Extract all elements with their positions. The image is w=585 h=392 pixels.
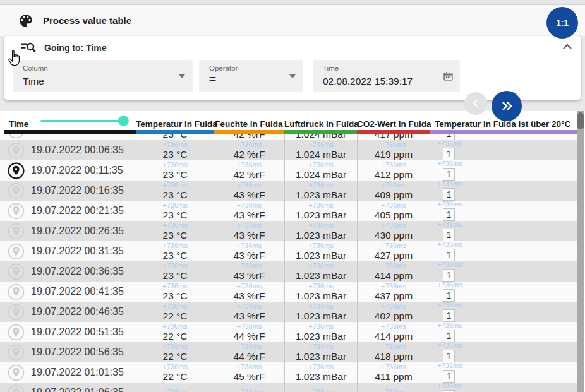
boolean-cell: +736ms 1 [430,201,577,221]
humidity-cell: +736ms 42 %rF [214,140,284,160]
humidity-cell: +736ms 43 %rF [214,282,284,302]
table-row[interactable]: 19.07.2022 00:41:35 +736ms 23 °C +736ms … [0,282,577,302]
offset-label: +736ms [308,323,333,330]
temperature-cell: +736ms 23 °C [136,261,214,282]
cell-value: 45 %rF [234,371,265,382]
location-pin-icon[interactable] [8,384,25,392]
previous-button[interactable] [464,92,487,115]
offset-label: +736ms [162,364,187,371]
table-row[interactable]: 19.07.2022 00:21:35 +736ms 23 °C +736ms … [0,201,577,221]
cell-value: 1.023 mBar [296,189,346,200]
location-pin-icon[interactable] [8,182,25,199]
offset-label: +736ms [308,303,333,310]
temperature-cell: +736ms 23 °C [136,201,214,221]
location-pin-icon[interactable] [8,134,25,139]
cell-value: 23 °C [163,189,188,200]
slider-knob[interactable] [118,116,129,126]
location-pin-icon[interactable] [8,304,25,321]
column-header[interactable]: Temperatur in Fulda [136,111,214,134]
table-row[interactable]: 19.07.2022 00:26:35 +736ms 23 °C +736ms … [0,221,577,241]
offset-label: +736ms [308,182,333,189]
table-row[interactable]: 19.07.2022 00:56:35 +736ms 22 °C +736ms … [0,342,577,362]
table-row[interactable]: 19.07.2022 00:11:35 +736ms 23 °C +736ms … [0,160,577,181]
temperature-cell: +736ms 22 °C [136,302,214,322]
time-column-slider[interactable] [0,111,136,130]
slider-track[interactable] [40,120,125,122]
cell-value: 430 ppm [375,230,413,241]
vertical-scrollbar[interactable] [577,111,584,392]
table-row[interactable]: 19.07.2022 00:36:35 +736ms 23 °C +736ms … [0,261,577,282]
co2-cell: +736ms 414 ppm [357,261,430,282]
table-row[interactable]: +736ms 23 °C +736ms 42 %rF +736ms 1.024 … [0,134,577,140]
time-cell: 19.07.2022 00:56:35 [0,342,136,362]
cell-value: 44 %rF [234,351,265,362]
offset-label: +736ms [381,283,406,290]
co2-cell: +736ms 402 ppm [357,302,430,322]
offset-label: +736ms [237,283,262,290]
table-row[interactable]: 19.07.2022 01:06:35 +736ms +736ms +736ms… [0,383,577,392]
location-pin-icon[interactable] [8,142,25,159]
offset-label: +736ms [162,343,187,350]
chevron-up-icon[interactable] [562,44,572,50]
cell-value: 1.023 mBar [296,210,346,220]
column-select[interactable]: Column Time [13,60,193,92]
column-header[interactable]: Time [0,111,136,134]
offset-label: +736ms [162,202,187,209]
table-row[interactable]: 19.07.2022 00:16:35 +736ms 23 °C +736ms … [0,181,577,201]
location-pin-icon[interactable] [8,162,25,179]
temperature-cell: +736ms 22 °C [136,322,214,342]
cell-value: 23 °C [163,230,188,241]
offset-label: +736ms [237,263,262,270]
location-pin-icon[interactable] [8,263,25,280]
time-input[interactable]: Time 02.08.2022 15:39:17 [313,60,460,92]
table-row[interactable]: 19.07.2022 00:46:35 +736ms 22 °C +736ms … [0,302,577,322]
location-pin-icon[interactable] [8,223,25,240]
cell-value: 1.023 mBar [296,230,346,241]
pressure-cell: +736ms [284,383,357,392]
table-row[interactable]: 19.07.2022 00:31:35 +736ms 23 °C +736ms … [0,241,577,261]
table-row[interactable]: 19.07.2022 00:51:35 +736ms 22 °C +736ms … [0,322,577,342]
calendar-icon[interactable] [443,71,454,81]
scale-1-1-button[interactable]: 1:1 [546,7,578,39]
cell-value: 23 °C [163,149,188,160]
column-header[interactable]: Luftdruck in Fulda [284,111,357,134]
location-pin-icon[interactable] [8,203,25,220]
table-row[interactable]: 19.07.2022 00:06:35 +736ms 23 °C +736ms … [0,140,577,160]
humidity-cell: +736ms 45 %rF [214,362,284,383]
co2-cell: +736ms 411 ppm [357,362,430,383]
pressure-cell: +736ms 1.023 mBar [284,302,357,322]
offset-label: +736ms [381,222,406,229]
time-cell: 19.07.2022 00:16:35 [0,181,136,201]
operator-select-label: Operator [209,64,238,72]
scrollbar-thumb[interactable] [577,112,584,129]
offset-label: +736ms [308,222,333,229]
location-pin-icon[interactable] [8,344,25,361]
filter-search-icon [21,41,36,55]
cell-value: 43 %rF [234,210,265,220]
time-cell: 19.07.2022 00:36:35 [0,261,136,282]
pressure-cell: +736ms 1.024 mBar [284,160,357,181]
operator-select[interactable]: Operator = [199,60,303,92]
column-header[interactable]: Feuchte in Fulda [214,111,284,134]
next-button[interactable] [492,91,522,121]
filter-panel-title: Going to: Time [44,43,107,53]
cell-value: 43 %rF [234,189,265,200]
filter-panel-header[interactable]: Going to: Time [4,36,581,60]
row-timestamp: 19.07.2022 00:11:35 [31,165,123,176]
column-header-label: CO2-Wert in Fulda [357,119,430,129]
cell-value: 23 °C [163,169,188,180]
boolean-cell: +736ms [430,383,577,392]
table-row[interactable]: 19.07.2022 01:01:35 +736ms 22 °C +736ms … [0,362,577,383]
location-pin-icon[interactable] [8,243,25,260]
pressure-cell: +736ms 1.023 mBar [284,282,357,302]
cell-value: 43 %rF [234,311,265,321]
offset-label: +736ms [435,282,465,288]
boolean-cell: +736ms 1 [430,241,577,261]
time-input-value: 02.08.2022 15:39:17 [323,76,413,87]
location-pin-icon[interactable] [8,283,25,300]
row-timestamp: 19.07.2022 00:56:35 [31,347,124,358]
column-header[interactable]: CO2-Wert in Fulda [357,111,430,134]
offset-label: +736ms [308,343,333,350]
location-pin-icon[interactable] [8,364,25,381]
location-pin-icon[interactable] [8,324,25,341]
